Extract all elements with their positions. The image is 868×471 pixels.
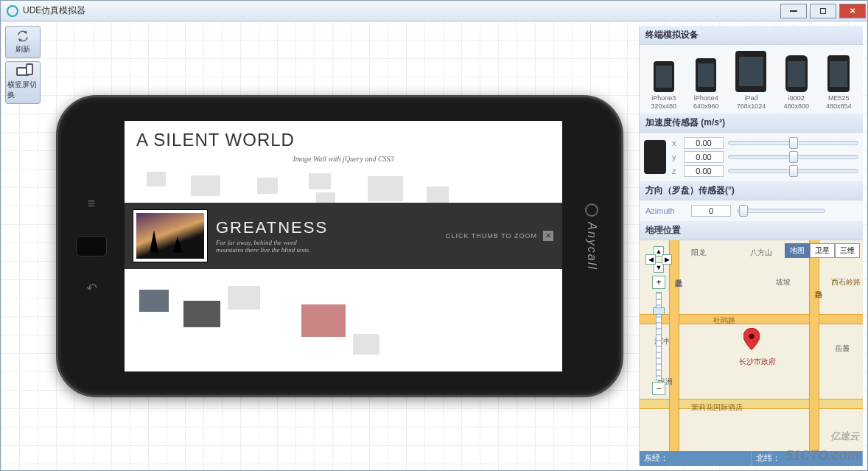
- feature-title: GREATNESS: [216, 218, 446, 237]
- device-option-ipad[interactable]: iPad768x1024: [735, 51, 766, 111]
- image-wall: GREATNESS Far far away, behind the word …: [125, 172, 562, 363]
- feature-description: Far far away, behind the word mountains …: [216, 239, 319, 254]
- map-marker-icon[interactable]: [743, 328, 760, 353]
- thumbnail[interactable]: [183, 301, 220, 327]
- phone-icon: [644, 140, 666, 174]
- page-header: A SILENT WORLD Image Wall with jQuery an…: [125, 121, 562, 172]
- compass-header: 方向（罗盘）传感器(°): [640, 181, 863, 200]
- app-title: UDE仿真模拟器: [23, 4, 780, 17]
- accel-header: 加速度传感器 (m/s²): [640, 114, 863, 133]
- refresh-icon: [14, 29, 32, 43]
- longitude-label: 东经：: [640, 451, 752, 466]
- pan-right-button[interactable]: ▶: [662, 254, 672, 265]
- accel-y-row: y 0.00: [672, 151, 858, 163]
- map-pan-control: ▲ ▼ ◀ ▶: [645, 246, 672, 273]
- place-label: 茉莉花国际酒店: [691, 402, 743, 413]
- accel-panel: x 0.00 y 0.00 z 0.00: [640, 133, 863, 181]
- thumbnail[interactable]: [368, 176, 403, 201]
- device-option-iphone3[interactable]: iPhone3320x480: [651, 61, 676, 111]
- rotate-icon: [14, 65, 32, 78]
- zoom-in-button[interactable]: +: [652, 276, 665, 289]
- maximize-button[interactable]: [810, 4, 836, 18]
- zoom-slider[interactable]: [656, 292, 662, 380]
- minimize-button[interactable]: [780, 4, 807, 18]
- refresh-label: 刷新: [15, 44, 30, 55]
- titlebar: UDE仿真模拟器 ✕: [1, 1, 867, 21]
- place-label: 阳龙: [691, 248, 706, 258]
- window-controls: ✕: [780, 4, 866, 18]
- device-option-me525[interactable]: ME525480x854: [826, 55, 852, 111]
- right-panel: 终端模拟设备 iPhone3320x480 iPhone4640x960 iPa…: [639, 26, 863, 466]
- left-toolbar: 刷新 横竖屏切换: [5, 26, 41, 466]
- accel-x-slider[interactable]: [728, 141, 858, 145]
- app-window: UDE仿真模拟器 ✕ 刷新 横竖屏切换: [0, 0, 868, 471]
- back-hw-button[interactable]: ↶: [81, 280, 102, 296]
- thumbnail[interactable]: [191, 175, 220, 196]
- phone-icon: [785, 55, 808, 92]
- thumbnail[interactable]: [309, 173, 331, 189]
- zoom-out-button[interactable]: −: [652, 382, 665, 395]
- road-label: 杜鹃路: [713, 315, 735, 326]
- device-brand-label: Anycall: [585, 222, 598, 271]
- simulator-canvas: ≡ ↶ A SILENT WORLD Image Wall with jQuer…: [45, 26, 634, 466]
- close-button[interactable]: ✕: [839, 4, 866, 18]
- thumbnail[interactable]: [257, 178, 278, 194]
- feature-image[interactable]: [133, 210, 207, 262]
- accel-z-row: z 0.00: [672, 165, 858, 177]
- map-view[interactable]: 杜鹃路 岳华路 西石岭路 茉莉花国际酒店 金星北路 八方山 阳龙 坡坡 泥冲 岳…: [640, 240, 863, 466]
- accel-x-row: x 0.00: [672, 137, 858, 149]
- device-option-iphone4[interactable]: iPhone4640x960: [693, 58, 719, 111]
- rotate-button[interactable]: 横竖屏切换: [5, 61, 41, 104]
- speaker-icon: [585, 203, 598, 217]
- app-icon: [7, 5, 18, 17]
- pan-left-button[interactable]: ◀: [645, 254, 656, 265]
- phone-icon: [654, 61, 674, 92]
- map-mode-map[interactable]: 地图: [785, 243, 810, 258]
- home-hw-button[interactable]: [76, 236, 107, 257]
- devices-header: 终端模拟设备: [640, 26, 863, 45]
- place-label: 岳麓: [835, 343, 850, 354]
- page-subtitle: Image Wall with jQuery and CSS3: [136, 155, 550, 163]
- azimuth-slider[interactable]: [737, 209, 825, 213]
- thumbnail[interactable]: [353, 334, 379, 355]
- content-area: 刷新 横竖屏切换 ≡ ↶ A SILENT WORLD: [1, 21, 867, 470]
- accel-z-slider[interactable]: [728, 169, 858, 173]
- feature-close-icon[interactable]: ✕: [543, 231, 553, 241]
- accel-y-value[interactable]: 0.00: [684, 151, 724, 163]
- thumbnail[interactable]: [301, 304, 346, 337]
- feature-overlay: GREATNESS Far far away, behind the word …: [125, 203, 562, 269]
- accel-z-value[interactable]: 0.00: [684, 165, 724, 177]
- thumbnail[interactable]: [147, 172, 166, 186]
- map-zoom-controls: ▲ ▼ ◀ ▶ + −: [645, 246, 672, 397]
- device-hardware-left: ≡ ↶: [58, 196, 125, 296]
- feature-hint: CLICK THUMB TO ZOOM: [446, 232, 537, 240]
- thumbnail[interactable]: [427, 186, 449, 203]
- place-label: 长沙市政府: [739, 357, 776, 367]
- tablet-icon: [735, 51, 766, 92]
- page-title: A SILENT WORLD: [136, 130, 550, 150]
- rotate-label: 横竖屏切换: [7, 80, 38, 100]
- road-label: 西石岭路: [831, 277, 861, 287]
- map-footer: 东经： 北纬：: [640, 451, 863, 466]
- geo-header: 地理位置: [640, 221, 863, 240]
- azimuth-value[interactable]: 0: [691, 205, 731, 217]
- refresh-button[interactable]: 刷新: [5, 26, 41, 58]
- map-mode-satellite[interactable]: 卫星: [810, 243, 835, 258]
- device-frame: ≡ ↶ A SILENT WORLD Image Wall with jQuer…: [56, 95, 623, 397]
- svg-point-0: [749, 333, 754, 338]
- device-option-i9002[interactable]: i9002480x800: [783, 55, 809, 111]
- place-label: 坡坡: [776, 277, 791, 287]
- device-selector: iPhone3320x480 iPhone4640x960 iPad768x10…: [640, 45, 863, 114]
- place-label: 八方山: [750, 248, 772, 258]
- thumbnail[interactable]: [228, 286, 260, 310]
- map-mode-3d[interactable]: 三维: [835, 243, 860, 258]
- azimuth-label: Azimuth: [645, 206, 685, 215]
- accel-x-value[interactable]: 0.00: [684, 137, 724, 149]
- map-mode-buttons: 地图 卫星 三维: [785, 243, 860, 258]
- compass-panel: Azimuth 0: [640, 200, 863, 221]
- thumbnail[interactable]: [139, 290, 169, 312]
- device-screen[interactable]: A SILENT WORLD Image Wall with jQuery an…: [125, 121, 562, 371]
- phone-icon: [696, 58, 716, 92]
- menu-hw-button[interactable]: ≡: [81, 196, 102, 212]
- accel-y-slider[interactable]: [728, 155, 858, 159]
